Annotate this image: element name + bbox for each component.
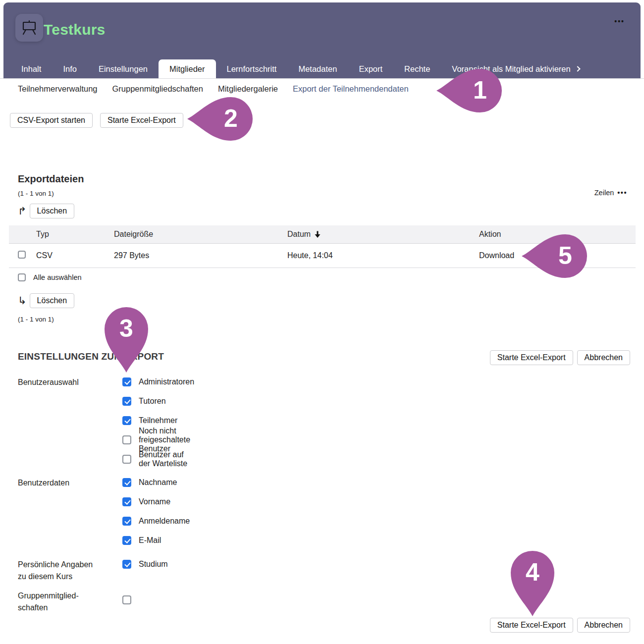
- subtab-teilnehmerverwaltung[interactable]: Teilnehmerverwaltung: [18, 84, 98, 94]
- option-gruppenmitgliedschaften: [122, 594, 131, 605]
- checkbox-administratoren[interactable]: [122, 377, 131, 386]
- option-label: Studium: [139, 560, 168, 569]
- select-all-label: Alle auswählen: [33, 273, 82, 281]
- apply-up-arrow-icon: ↱: [18, 206, 27, 216]
- select-all-checkbox[interactable]: [18, 273, 26, 281]
- option-label: Administratoren: [139, 377, 194, 386]
- marker-4: 4: [510, 550, 555, 617]
- option-tutoren: Tutoren: [122, 396, 194, 407]
- export-actions: CSV-Export starten Starte Excel-Export: [10, 113, 183, 128]
- excel-export-button-top[interactable]: Starte Excel-Export: [490, 350, 573, 365]
- tab-info[interactable]: Info: [52, 59, 88, 78]
- row-checkbox[interactable]: [18, 251, 26, 259]
- option-nicht-freigeschaltete: Noch nicht freigeschaltete Benutzer: [122, 434, 194, 445]
- checkbox-email[interactable]: [122, 536, 131, 545]
- checkbox-tutoren[interactable]: [122, 397, 131, 406]
- marker-5: 5: [521, 233, 588, 279]
- group-benutzerdaten: Benutzerdaten Nachname Vorname Anmeldena…: [18, 477, 69, 489]
- page: Testkurs ••• Inhalt Info Einstellungen M…: [0, 0, 644, 644]
- marker-2: 2: [186, 96, 254, 142]
- option-label: Benutzer auf der Warteliste: [139, 450, 194, 468]
- cell-typ: CSV: [36, 251, 114, 260]
- cell-date: Heute, 14:04: [287, 251, 479, 260]
- checkbox-warteliste[interactable]: [122, 455, 131, 464]
- chevron-right-icon: [575, 66, 580, 71]
- subtab-export-teilnehmendendaten[interactable]: Export der Teilnehmendendaten: [293, 84, 409, 94]
- group-label-line1: Persönliche Angaben: [18, 559, 93, 571]
- excel-export-button[interactable]: Starte Excel-Export: [100, 113, 183, 128]
- rows-label: Zeilen: [594, 189, 614, 197]
- apply-down-arrow-icon: ↳: [18, 296, 27, 306]
- col-datum-sort[interactable]: Datum: [287, 230, 479, 239]
- cell-size: 297 Bytes: [114, 251, 287, 260]
- group-label: Benutzerauswahl: [18, 376, 79, 388]
- tab-metadaten[interactable]: Metadaten: [287, 59, 348, 78]
- checkbox-vorname[interactable]: [122, 497, 131, 506]
- marker-1: 1: [435, 68, 503, 113]
- checkbox-nachname[interactable]: [122, 478, 131, 487]
- checkbox-teilnehmer[interactable]: [122, 416, 131, 425]
- option-label: Noch nicht freigeschaltete Benutzer: [139, 427, 194, 453]
- rows-control: Zeilen •••: [594, 189, 627, 197]
- delete-button-bottom[interactable]: Löschen: [30, 293, 75, 308]
- csv-export-button[interactable]: CSV-Export starten: [10, 113, 93, 128]
- marker-4-number: 4: [526, 558, 539, 587]
- marker-3: 3: [104, 306, 149, 374]
- marker-3-number: 3: [119, 314, 133, 343]
- group-label-line1: Gruppenmitglied-: [18, 590, 79, 602]
- option-teilnehmer: Teilnehmer: [122, 415, 194, 426]
- option-email: E-Mail: [122, 535, 190, 546]
- header-divider: [0, 78, 644, 79]
- tab-mitglieder[interactable]: Mitglieder: [159, 59, 216, 78]
- option-nachname: Nachname: [122, 477, 190, 488]
- col-datum-label: Datum: [287, 230, 311, 239]
- marker-5-number: 5: [558, 241, 572, 270]
- select-all-row: Alle auswählen: [18, 273, 82, 281]
- tab-lernfortschritt[interactable]: Lernfortschritt: [216, 59, 288, 78]
- rows-menu-button[interactable]: •••: [617, 189, 627, 197]
- subtab-mitgliedergalerie[interactable]: Mitgliedergalerie: [218, 84, 278, 94]
- group-gruppenmitgliedschaften: Gruppenmitglied- schaften: [18, 590, 79, 614]
- group-label-line2: zu diesem Kurs: [18, 571, 93, 583]
- delete-button-top[interactable]: Löschen: [30, 204, 75, 218]
- result-count-bottom: (1 - 1 von 1): [18, 316, 54, 323]
- option-vorname: Vorname: [122, 496, 190, 507]
- tab-export[interactable]: Export: [348, 59, 393, 78]
- option-label: Nachname: [139, 478, 177, 487]
- more-actions-button[interactable]: •••: [614, 17, 625, 25]
- group-benutzerauswahl: Benutzerauswahl Administratoren Tutoren …: [18, 376, 79, 388]
- tab-rechte[interactable]: Rechte: [393, 59, 441, 78]
- sort-desc-icon: [314, 230, 321, 238]
- course-header: Testkurs ••• Inhalt Info Einstellungen M…: [3, 2, 641, 78]
- excel-export-button-bottom[interactable]: Starte Excel-Export: [490, 618, 573, 633]
- cancel-button-top[interactable]: Abbrechen: [577, 350, 630, 365]
- cancel-button-bottom[interactable]: Abbrechen: [577, 618, 630, 633]
- option-warteliste: Benutzer auf der Warteliste: [122, 454, 194, 465]
- checkbox-studium[interactable]: [122, 560, 131, 569]
- tab-einstellungen[interactable]: Einstellungen: [88, 59, 159, 78]
- group-label: Benutzerdaten: [18, 477, 69, 489]
- main-tabs: Inhalt Info Einstellungen Mitglieder Ler…: [10, 59, 590, 78]
- group-label-line2: schaften: [18, 602, 79, 614]
- option-studium: Studium: [122, 559, 168, 570]
- checkbox-nicht-freigeschaltete[interactable]: [122, 435, 131, 444]
- sub-tabs: Teilnehmerverwaltung Gruppenmitgliedscha…: [18, 84, 409, 94]
- export-files-heading: Exportdateien: [18, 173, 84, 185]
- col-typ: Typ: [36, 230, 114, 239]
- page-title: Testkurs: [44, 21, 105, 38]
- tab-inhalt[interactable]: Inhalt: [10, 59, 52, 78]
- option-administratoren: Administratoren: [122, 376, 194, 387]
- delete-row-bottom: ↳ Löschen: [18, 293, 74, 308]
- checkbox-gruppenmitgliedschaften[interactable]: [122, 595, 131, 604]
- option-label: Tutoren: [139, 397, 166, 406]
- subtab-gruppenmitgliedschaften[interactable]: Gruppenmitgliedschaften: [112, 84, 203, 94]
- settings-buttons-bottom: Starte Excel-Export Abbrechen: [490, 618, 630, 633]
- option-label: E-Mail: [139, 536, 161, 545]
- result-count-top: (1 - 1 von 1): [18, 190, 54, 197]
- checkbox-anmeldename[interactable]: [122, 517, 131, 526]
- option-label: Teilnehmer: [139, 416, 177, 425]
- option-label: Anmeldename: [139, 517, 190, 526]
- delete-row-top: ↱ Löschen: [18, 204, 74, 218]
- group-persoenliche-angaben: Persönliche Angaben zu diesem Kurs Studi…: [18, 559, 93, 583]
- marker-2-number: 2: [224, 104, 238, 133]
